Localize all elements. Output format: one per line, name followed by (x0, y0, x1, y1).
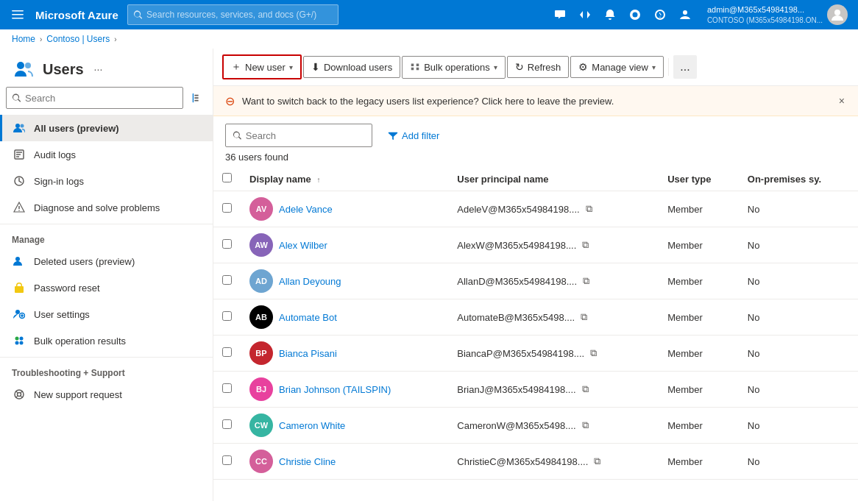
on-prem-cell: No (739, 372, 858, 408)
toolbar-sep (668, 58, 669, 76)
sidebar-item-user-settings[interactable]: User settings (0, 301, 213, 327)
sidebar-search-input[interactable] (25, 93, 177, 104)
svg-point-8 (15, 124, 20, 128)
col-display-name[interactable]: Display name ↑ (241, 167, 448, 191)
row-checkbox-2[interactable] (222, 275, 232, 285)
add-filter-button[interactable]: Add filter (378, 125, 449, 146)
sidebar-item-signin-logs[interactable]: Sign-in logs (0, 168, 213, 194)
directory-icon[interactable] (673, 3, 697, 26)
support-icon (12, 387, 26, 402)
new-user-button[interactable]: ＋ New user ▾ (222, 54, 302, 79)
hamburger-menu[interactable] (6, 3, 29, 26)
user-name-link[interactable]: Adele Vance (279, 204, 333, 215)
refresh-label: Refresh (528, 62, 561, 73)
upn-text: ChristieC@M365x54984198.... (457, 456, 588, 467)
troubleshoot-section-title: Troubleshooting + Support (0, 361, 213, 381)
upn-cell: AllanD@M365x54984198.... ⧉ (448, 263, 659, 299)
sidebar-item-diagnose[interactable]: Diagnose and solve problems (0, 194, 213, 221)
page-title: Users (43, 61, 84, 78)
bulk-operations-button[interactable]: Bulk operations ▾ (402, 56, 506, 79)
main-content: ＋ New user ▾ ⬇ Download users Bulk opera… (213, 49, 858, 501)
user-type-cell: Member (659, 444, 739, 480)
user-name-link[interactable]: Cameron White (279, 420, 345, 431)
user-name-link[interactable]: Brian Johnson (TAILSPIN) (279, 384, 391, 395)
copy-icon[interactable]: ⧉ (583, 275, 589, 287)
manage-section-title: Manage (0, 227, 213, 248)
collapse-sidebar-btn[interactable] (186, 88, 207, 108)
user-name-link[interactable]: Allan Deyoung (279, 276, 341, 287)
table-filter-row: Add filter (213, 116, 858, 152)
topbar-icons (548, 3, 697, 26)
copy-icon[interactable]: ⧉ (586, 203, 592, 215)
global-search[interactable] (127, 4, 338, 25)
download-users-button[interactable]: ⬇ Download users (303, 56, 400, 78)
sidebar-item-password-reset[interactable]: Password reset (0, 274, 213, 301)
copy-icon[interactable]: ⧉ (590, 347, 597, 359)
settings-icon[interactable] (623, 3, 647, 26)
display-name-cell: AD Allan Deyoung (241, 263, 448, 299)
cloudshell-icon[interactable] (573, 3, 597, 26)
sidebar-item-bulk-results[interactable]: Bulk operation results (0, 327, 213, 354)
sidebar-item-deleted-users[interactable]: Deleted users (preview) (0, 248, 213, 274)
manage-view-icon: ⚙ (578, 61, 588, 73)
sidebar-item-all-users[interactable]: All users (preview) (0, 115, 213, 141)
feedback-icon[interactable] (548, 3, 572, 26)
banner-close-btn[interactable]: × (837, 93, 846, 108)
upn-cell: BrianJ@M365x54984198.... ⧉ (448, 372, 659, 408)
add-filter-label: Add filter (402, 130, 439, 141)
upn-text: AlexW@M365x54984198.... (457, 240, 576, 251)
copy-icon[interactable]: ⧉ (582, 239, 589, 251)
copy-icon[interactable]: ⧉ (594, 455, 600, 467)
row-checkbox-5[interactable] (222, 383, 232, 393)
table-row: AB Automate Bot AutomateB@M365x5498.... … (213, 299, 858, 336)
row-checkbox-cell (213, 299, 241, 336)
breadcrumb-sep-1: › (40, 35, 42, 43)
upn-text: BiancaP@M365x54984198.... (457, 348, 584, 359)
row-checkbox-cell (213, 191, 241, 227)
global-search-input[interactable] (146, 10, 332, 20)
user-type-cell: Member (659, 227, 739, 263)
user-name-link[interactable]: Automate Bot (279, 312, 337, 323)
col-on-prem[interactable]: On-premises sy. (739, 167, 858, 191)
sidebar-search[interactable] (6, 87, 183, 109)
svg-rect-2 (12, 18, 24, 19)
breadcrumb-home[interactable]: Home (12, 34, 35, 44)
copy-icon[interactable]: ⧉ (581, 311, 587, 323)
help-icon[interactable] (648, 3, 672, 26)
new-user-label: New user (245, 62, 286, 73)
svg-point-17 (15, 257, 20, 261)
table-search-input[interactable] (246, 130, 364, 141)
manage-view-button[interactable]: ⚙ Manage view ▾ (570, 56, 664, 78)
breadcrumb-contoso[interactable]: Contoso | Users (46, 34, 110, 44)
user-name-link[interactable]: Christie Cline (279, 456, 336, 467)
upn-cell: AlexW@M365x54984198.... ⧉ (448, 227, 659, 263)
row-checkbox-4[interactable] (222, 347, 232, 357)
row-checkbox-0[interactable] (222, 203, 232, 213)
support-label: New support request (34, 389, 122, 400)
user-name-link[interactable]: Bianca Pisani (279, 348, 337, 359)
col-user-type[interactable]: User type (659, 167, 739, 191)
row-checkbox-7[interactable] (222, 455, 232, 465)
copy-icon[interactable]: ⧉ (582, 383, 589, 395)
row-checkbox-6[interactable] (222, 419, 232, 429)
svg-point-22 (15, 341, 19, 345)
refresh-button[interactable]: ↻ Refresh (507, 56, 570, 78)
user-name-link[interactable]: Alex Wilber (279, 240, 327, 251)
new-user-caret: ▾ (289, 63, 293, 71)
password-reset-icon (12, 280, 26, 295)
col-upn[interactable]: User principal name (448, 167, 659, 191)
table-search[interactable] (225, 124, 372, 147)
table-row: BJ Brian Johnson (TAILSPIN) BrianJ@M365x… (213, 372, 858, 408)
select-all-checkbox[interactable] (222, 173, 232, 182)
title-menu-btn[interactable]: ··· (91, 60, 106, 78)
banner-text[interactable]: Want to switch back to the legacy users … (242, 96, 830, 107)
sidebar-item-audit-logs[interactable]: Audit logs (0, 141, 213, 168)
display-name-cell: BJ Brian Johnson (TAILSPIN) (241, 372, 448, 408)
user-menu[interactable]: admin@M365x54984198... CONTOSO (M365x549… (703, 0, 852, 29)
sidebar-item-support[interactable]: New support request (0, 381, 213, 408)
row-checkbox-3[interactable] (222, 311, 232, 321)
toolbar-more-button[interactable]: ... (673, 55, 697, 79)
copy-icon[interactable]: ⧉ (582, 419, 589, 431)
notifications-icon[interactable] (598, 3, 622, 26)
row-checkbox-1[interactable] (222, 239, 232, 249)
